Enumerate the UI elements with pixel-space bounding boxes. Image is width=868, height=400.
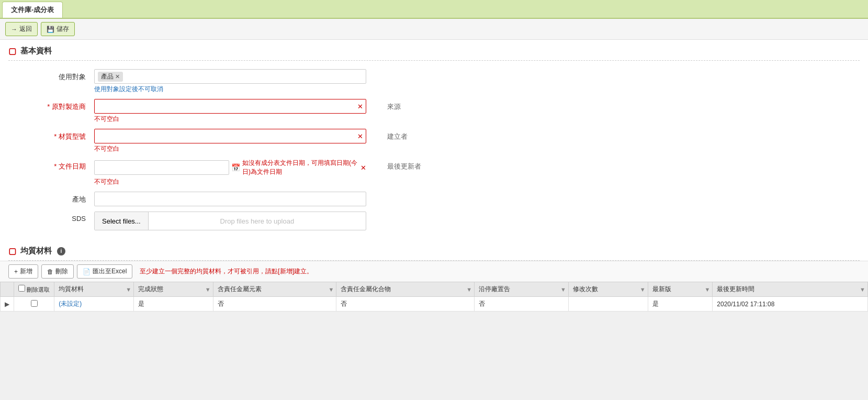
row-expand[interactable]: ▶	[1, 297, 14, 312]
date-wrap: 📅 如沒有成分表文件日期，可用填寫日期(今日)為文件日期 ✕	[94, 159, 366, 176]
row-metal: 否	[213, 297, 336, 312]
table-row: ▶ (未設定) 是 否 否 否 是 2020/11/02 17:11:08	[1, 297, 868, 312]
manufacturer-content: ✕ 不可空白	[94, 99, 366, 124]
sds-content: Select files... Drop files here to uploa…	[94, 212, 366, 230]
manufacturer-input-wrap: ✕	[94, 99, 366, 114]
plus-icon: +	[14, 268, 18, 275]
material-label: 材質型號	[0, 129, 94, 141]
manufacturer-input[interactable]	[94, 99, 366, 114]
usage-target-row: 使用對象 產品 ✕ 使用對象設定後不可取消	[0, 67, 868, 96]
drop-hint: Drop files here to upload	[149, 217, 366, 225]
th-check-label: 刪除選取	[27, 286, 50, 293]
material-content: ✕ 不可空白	[94, 129, 366, 153]
date-content: 📅 如沒有成分表文件日期，可用填寫日期(今日)為文件日期 ✕ 不可空白	[94, 159, 366, 186]
manufacturer-row: 原對製造商 ✕ 不可空白 來源	[0, 97, 868, 126]
manufacturer-clear-icon[interactable]: ✕	[357, 103, 363, 110]
material-input-wrap: ✕	[94, 129, 366, 143]
sds-label: SDS	[0, 212, 94, 223]
material-table: 刪除選取 均質材料 ▼ 完成狀態 ▼ 含責任金屬元素 ▼	[0, 282, 868, 312]
usage-target-tag: 產品 ✕	[98, 72, 123, 82]
origin-input[interactable]	[94, 192, 366, 206]
section2-title: 均質材料	[20, 246, 52, 256]
row-warning: 否	[475, 297, 569, 312]
row-updated: 2020/11/02 17:11:08	[713, 297, 868, 312]
select-files-button[interactable]: Select files...	[95, 212, 149, 230]
latest-filter-icon[interactable]: ▼	[704, 286, 710, 293]
material-error: 不可空白	[94, 145, 366, 153]
material-clear-icon[interactable]: ✕	[357, 133, 363, 140]
updated-filter-icon[interactable]: ▼	[860, 286, 865, 293]
manufacturer-label: 原對製造商	[0, 99, 94, 112]
tab-document[interactable]: 文件庫-成分表	[2, 2, 63, 18]
date-error: 不可空白	[94, 177, 366, 186]
material-right: 建立者	[387, 129, 408, 141]
th-status: 完成狀態 ▼	[134, 282, 213, 297]
sds-row: SDS Select files... Drop files here to u…	[0, 209, 868, 232]
manufacturer-error: 不可空白	[94, 115, 366, 124]
info-icon[interactable]: i	[57, 247, 65, 255]
save-button[interactable]: 💾 儲存	[41, 22, 75, 36]
origin-content	[94, 192, 366, 206]
status-filter-icon[interactable]: ▼	[205, 286, 211, 293]
tab-bar: 文件庫-成分表	[0, 0, 868, 19]
table-hint: 至少建立一個完整的均質材料，才可被引用，請點[新增]建立。	[140, 267, 313, 276]
th-latest: 最新版 ▼	[648, 282, 713, 297]
calendar-icon[interactable]: 📅	[231, 163, 240, 172]
usage-target-hint: 使用對象設定後不可取消	[94, 85, 366, 94]
date-row: 文件日期 📅 如沒有成分表文件日期，可用填寫日期(今日)為文件日期 ✕ 不可空白…	[0, 157, 868, 188]
row-material[interactable]: (未設定)	[54, 297, 134, 312]
select-all-checkbox[interactable]	[18, 285, 25, 292]
row-status: 是	[134, 297, 213, 312]
usage-target-input[interactable]: 產品 ✕	[94, 69, 366, 84]
delete-icon: 🗑	[47, 268, 53, 275]
section2-header: ▢ 均質材料 i	[0, 240, 868, 260]
excel-icon: 📄	[83, 268, 91, 275]
row-compound: 否	[336, 297, 475, 312]
back-button[interactable]: → 返回	[5, 22, 38, 36]
row-check[interactable]	[14, 297, 54, 312]
usage-target-label: 使用對象	[0, 69, 94, 82]
save-icon: 💾	[47, 26, 54, 33]
table-wrap: 刪除選取 均質材料 ▼ 完成狀態 ▼ 含責任金屬元素 ▼	[0, 282, 868, 312]
section2-icon: ▢	[8, 246, 16, 256]
section1-icon: ▢	[8, 46, 16, 56]
th-expand	[1, 282, 14, 297]
warning-filter-icon[interactable]: ▼	[560, 286, 566, 293]
edit-count-filter-icon[interactable]: ▼	[640, 286, 646, 293]
table-body: ▶ (未設定) 是 否 否 否 是 2020/11/02 17:11:08	[1, 297, 868, 312]
manufacturer-right: 來源	[387, 99, 401, 112]
date-input[interactable]	[94, 160, 229, 175]
origin-row: 產地	[0, 190, 868, 208]
th-metal: 含責任金屬元素 ▼	[213, 282, 336, 297]
toolbar: → 返回 💾 儲存	[0, 19, 868, 40]
row-latest: 是	[648, 297, 713, 312]
date-right: 最後更新者	[387, 159, 421, 171]
th-material: 均質材料 ▼	[54, 282, 134, 297]
origin-label: 產地	[0, 192, 94, 204]
add-button[interactable]: + 新增	[8, 264, 38, 279]
material-filter-icon[interactable]: ▼	[126, 286, 131, 293]
th-edit-count: 修改次數 ▼	[568, 282, 648, 297]
th-check: 刪除選取	[14, 282, 54, 297]
export-button[interactable]: 📄 匯出至Excel	[77, 264, 132, 279]
main-content: ▢ 基本資料 使用對象 產品 ✕ 使用對象設定後不可取消 原對製造商	[0, 40, 868, 312]
th-compound: 含責任金屬化合物 ▼	[336, 282, 475, 297]
row-edit-count	[568, 297, 648, 312]
table-toolbar: + 新增 🗑 刪除 📄 匯出至Excel 至少建立一個完整的均質材料，才可被引用…	[0, 261, 868, 282]
compound-filter-icon[interactable]: ▼	[466, 286, 472, 293]
metal-filter-icon[interactable]: ▼	[329, 286, 334, 293]
form-area: 使用對象 產品 ✕ 使用對象設定後不可取消 原對製造商 ✕	[0, 61, 868, 240]
th-updated: 最後更新時間 ▼	[713, 282, 868, 297]
date-clear-icon[interactable]: ✕	[360, 164, 366, 171]
section1-header: ▢ 基本資料	[0, 40, 868, 60]
row-checkbox[interactable]	[31, 300, 38, 307]
material-input[interactable]	[94, 129, 366, 143]
usage-target-content: 產品 ✕ 使用對象設定後不可取消	[94, 69, 366, 94]
arrow-left-icon: →	[11, 26, 17, 33]
material-link[interactable]: (未設定)	[59, 300, 82, 307]
date-label: 文件日期	[0, 159, 94, 171]
tag-close-icon[interactable]: ✕	[115, 73, 120, 80]
date-hint: 如沒有成分表文件日期，可用填寫日期(今日)為文件日期	[242, 159, 358, 176]
delete-button[interactable]: 🗑 刪除	[41, 264, 74, 279]
section1-title: 基本資料	[20, 46, 52, 56]
